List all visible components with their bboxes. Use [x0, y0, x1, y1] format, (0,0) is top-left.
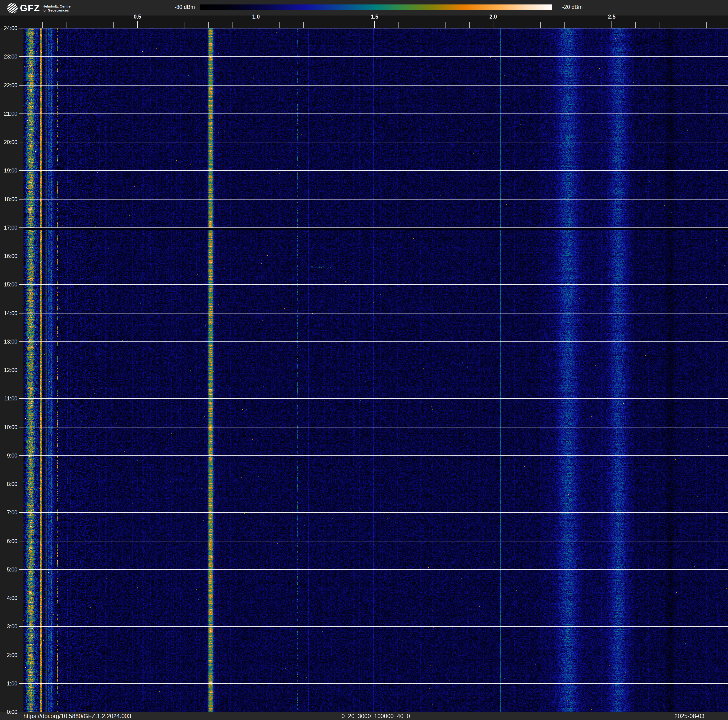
freq-axis-label: 1.5	[365, 14, 384, 20]
freq-axis-label: 2.5	[603, 14, 621, 20]
freq-axis-label: 0.5	[128, 14, 147, 20]
freq-minor-tick	[707, 21, 707, 28]
time-axis-label: 1:00	[0, 680, 17, 687]
colorbar-min-label: -80 dBm	[162, 4, 195, 10]
hour-gridline	[19, 626, 728, 627]
time-axis-label: 22:00	[0, 82, 17, 89]
hour-gridline	[19, 284, 728, 285]
freq-major-tick	[493, 21, 493, 28]
freq-minor-tick	[422, 21, 422, 28]
hour-gridline	[19, 398, 728, 399]
time-axis-label: 10:00	[0, 424, 17, 430]
time-axis-label: 0:00	[0, 709, 17, 715]
time-axis-label: 12:00	[0, 367, 17, 374]
logo-text: GFZ	[20, 3, 40, 14]
freq-minor-tick	[398, 21, 399, 28]
time-axis-label: 11:00	[0, 395, 17, 402]
time-axis-label: 7:00	[0, 509, 17, 516]
freq-minor-tick	[66, 21, 66, 28]
freq-minor-tick	[540, 21, 541, 28]
freq-minor-tick	[232, 21, 232, 28]
time-axis-label: 17:00	[0, 224, 17, 231]
freq-minor-tick	[161, 21, 161, 28]
freq-minor-tick	[208, 21, 209, 28]
time-axis-label: 23:00	[0, 54, 17, 60]
hour-gridline	[19, 256, 728, 256]
hour-gridline	[19, 427, 728, 427]
hour-gridline	[19, 683, 728, 684]
freq-minor-tick	[350, 21, 351, 28]
colorbar-gradient	[200, 5, 552, 10]
freq-major-tick	[137, 21, 138, 28]
freq-axis-label: 2.0	[484, 14, 503, 20]
hour-gridline	[19, 541, 728, 541]
time-axis-label: 9:00	[0, 452, 17, 459]
freq-minor-tick	[90, 21, 90, 28]
freq-major-tick	[256, 21, 256, 28]
freq-minor-tick	[113, 21, 114, 28]
gfz-logo: GFZ Helmholtz Centre for Geosciences	[7, 3, 71, 14]
hour-gridline	[19, 484, 728, 484]
hour-gridline	[19, 57, 728, 57]
hour-gridline	[19, 569, 728, 570]
hour-gridline	[19, 85, 728, 86]
freq-minor-tick	[469, 21, 470, 28]
colorbar-max-label: -20 dBm	[562, 4, 609, 10]
hour-gridline	[19, 655, 728, 656]
time-axis-label: 8:00	[0, 481, 17, 487]
time-axis-label: 15:00	[0, 281, 17, 288]
date-text: 2025-08-03	[610, 712, 705, 720]
time-axis-label: 3:00	[0, 623, 17, 630]
time-axis-label: 13:00	[0, 339, 17, 345]
freq-minor-tick	[588, 21, 588, 28]
hour-gridline	[19, 199, 728, 199]
freq-minor-tick	[683, 21, 683, 28]
freq-minor-tick	[564, 21, 564, 28]
freq-minor-tick	[327, 21, 327, 28]
hour-gridline	[19, 142, 728, 142]
freq-major-tick	[612, 21, 612, 28]
hour-gridline	[19, 370, 728, 370]
freq-minor-tick	[303, 21, 304, 28]
time-axis-label: 16:00	[0, 253, 17, 259]
hour-gridline	[19, 28, 728, 28]
time-axis-label: 6:00	[0, 538, 17, 544]
time-axis-label: 2:00	[0, 652, 17, 659]
time-axis-label: 4:00	[0, 595, 17, 601]
time-axis-label: 18:00	[0, 196, 17, 202]
freq-major-tick	[374, 21, 375, 28]
hour-gridline	[19, 170, 728, 171]
hour-gridline	[19, 455, 728, 456]
time-axis-label: 20:00	[0, 139, 17, 146]
time-axis-label: 24:00	[0, 25, 17, 32]
logo-subtitle-line1: Helmholtz Centre	[43, 4, 71, 8]
freq-minor-tick	[445, 21, 446, 28]
freq-minor-tick	[635, 21, 636, 28]
hour-gridline	[19, 598, 728, 598]
time-axis-label: 21:00	[0, 110, 17, 117]
freq-minor-tick	[42, 21, 43, 28]
freq-minor-tick	[185, 21, 185, 28]
hour-gridline	[19, 512, 728, 513]
gfz-hatched-globe-icon	[7, 3, 18, 14]
spectrogram-page: GFZ Helmholtz Centre for Geosciences -80…	[0, 0, 728, 720]
freq-minor-tick	[280, 21, 280, 28]
freq-minor-tick	[517, 21, 517, 28]
hour-gridline	[19, 113, 728, 114]
freq-axis-label: 1.0	[246, 14, 265, 20]
hour-gridline	[19, 342, 728, 342]
time-axis-label: 14:00	[0, 310, 17, 317]
time-axis-label: 19:00	[0, 167, 17, 174]
hour-gridline	[19, 313, 728, 314]
freq-minor-tick	[659, 21, 659, 28]
hour-gridline	[19, 227, 728, 228]
logo-subtitle: Helmholtz Centre for Geosciences	[43, 4, 71, 12]
logo-subtitle-line2: for Geosciences	[43, 8, 71, 12]
time-axis-label: 5:00	[0, 566, 17, 573]
